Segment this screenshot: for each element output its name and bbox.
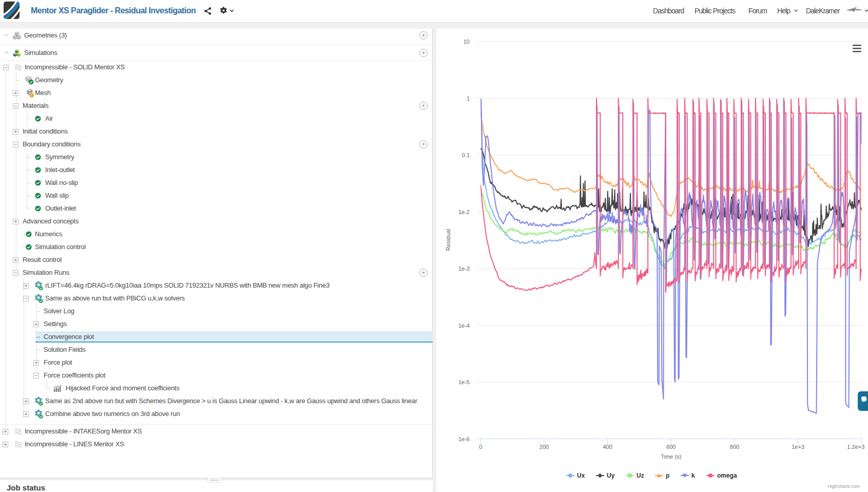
- svg-text:1e-2: 1e-2: [458, 209, 470, 215]
- svg-text:0: 0: [479, 444, 482, 450]
- svg-text:1e-5: 1e-5: [458, 379, 470, 385]
- svg-text:k: k: [691, 472, 695, 479]
- svg-text:Ux: Ux: [577, 472, 585, 479]
- svg-text:Time (s): Time (s): [661, 453, 681, 460]
- svg-text:p: p: [666, 472, 669, 479]
- svg-text:Residual: Residual: [445, 229, 451, 251]
- svg-text:1e+3: 1e+3: [792, 444, 804, 450]
- svg-text:Uz: Uz: [636, 472, 644, 479]
- svg-text:800: 800: [730, 444, 739, 450]
- svg-text:Highcharts.com: Highcharts.com: [827, 484, 860, 489]
- svg-text:600: 600: [666, 444, 676, 450]
- svg-text:1: 1: [467, 96, 470, 102]
- svg-text:400: 400: [603, 444, 612, 450]
- svg-text:1.2e+3: 1.2e+3: [847, 444, 864, 450]
- svg-text:1e-4: 1e-4: [458, 323, 470, 329]
- svg-text:10: 10: [464, 39, 470, 45]
- svg-text:200: 200: [539, 444, 549, 450]
- svg-text:1e-6: 1e-6: [458, 436, 470, 442]
- svg-text:omega: omega: [717, 472, 737, 479]
- svg-text:0.1: 0.1: [462, 152, 470, 158]
- svg-text:1e-3: 1e-3: [458, 266, 470, 272]
- svg-text:Uy: Uy: [607, 472, 615, 479]
